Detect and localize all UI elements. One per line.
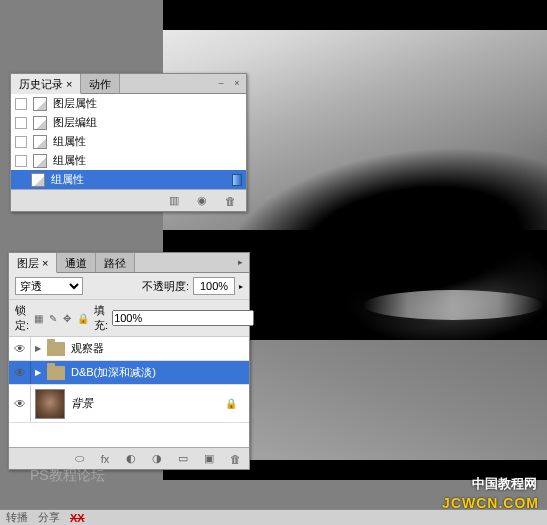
opacity-label: 不透明度: — [142, 279, 189, 294]
lock-label: 锁定: — [15, 303, 29, 333]
status-item[interactable]: XX — [70, 512, 85, 524]
panel-close-icon[interactable]: × — [230, 76, 244, 90]
status-bar: 转播 分享 XX — [0, 509, 547, 525]
panel-menu-icon[interactable]: ▸ — [233, 255, 247, 269]
delete-icon[interactable]: 🗑 — [222, 194, 238, 208]
history-label: 组属性 — [51, 172, 84, 187]
history-state-icon — [33, 154, 47, 168]
layer-name: D&B(加深和减淡) — [71, 365, 156, 380]
history-list: 图层属性 图层编组 组属性 组属性 ▸ 组属性 — [11, 94, 246, 189]
history-item[interactable]: 图层编组 — [11, 113, 246, 132]
layer-row[interactable]: 👁 背景 🔒 — [9, 385, 249, 423]
history-state-icon — [33, 97, 47, 111]
group-expand-icon[interactable]: ▶ — [35, 344, 41, 353]
group-expand-icon[interactable]: ▶ — [35, 368, 41, 377]
fill-input[interactable] — [112, 310, 254, 326]
layer-name: 背景 — [71, 396, 93, 411]
folder-icon — [47, 342, 65, 356]
tab-paths[interactable]: 路径 — [96, 253, 135, 272]
layers-footer: ⬭ fx ◐ ◑ ▭ ▣ 🗑 — [9, 447, 249, 469]
history-state-icon — [33, 116, 47, 130]
status-item[interactable]: 分享 — [38, 510, 60, 525]
layer-mask-icon[interactable]: ◐ — [123, 452, 139, 466]
fill-label: 填充: — [94, 303, 108, 333]
history-label: 组属性 — [53, 153, 86, 168]
tab-channels[interactable]: 通道 — [57, 253, 96, 272]
watermark-left: PS教程论坛 — [30, 467, 105, 485]
visibility-toggle-icon[interactable]: 👁 — [9, 337, 31, 360]
new-layer-icon[interactable]: ▣ — [201, 452, 217, 466]
tab-layers[interactable]: 图层 × — [9, 253, 57, 273]
panel-minimize-icon[interactable]: – — [214, 76, 228, 90]
create-doc-icon[interactable]: ▥ — [166, 194, 182, 208]
history-label: 组属性 — [53, 134, 86, 149]
layer-row[interactable]: 👁 ▶ 观察器 — [9, 337, 249, 361]
blend-mode-select[interactable]: 穿透 — [15, 277, 83, 295]
visibility-toggle-icon[interactable]: 👁 — [9, 385, 31, 422]
lock-image-icon[interactable]: ✎ — [48, 310, 58, 326]
lock-icon: 🔒 — [225, 398, 237, 409]
layer-thumbnail — [35, 389, 65, 419]
history-state-icon — [33, 135, 47, 149]
lock-position-icon[interactable]: ✥ — [62, 310, 72, 326]
fill-arrow-icon[interactable]: ▸ — [258, 314, 262, 323]
layer-row[interactable]: 👁 ▶ D&B(加深和减淡) — [9, 361, 249, 385]
delete-layer-icon[interactable]: 🗑 — [227, 452, 243, 466]
history-label: 图层属性 — [53, 96, 97, 111]
link-layers-icon[interactable]: ⬭ — [71, 452, 87, 466]
history-panel: 历史记录 × 动作 – × 图层属性 图层编组 组属性 组属性 ▸ — [10, 73, 247, 212]
history-slider-icon[interactable] — [232, 174, 242, 186]
folder-icon — [47, 366, 65, 380]
history-footer: ▥ ◉ 🗑 — [11, 189, 246, 211]
history-item[interactable]: ▸ 组属性 — [11, 170, 246, 189]
tab-actions[interactable]: 动作 — [81, 74, 120, 93]
watermark-right: 中国教程网 — [472, 475, 537, 493]
layer-lock-row: 锁定: ▦ ✎ ✥ 🔒 填充: ▸ — [9, 300, 249, 337]
history-current-icon: ▸ — [15, 174, 25, 186]
history-checkbox[interactable] — [15, 136, 27, 148]
layer-style-icon[interactable]: fx — [97, 452, 113, 466]
group-icon[interactable]: ▭ — [175, 452, 191, 466]
history-state-icon — [31, 173, 45, 187]
visibility-toggle-icon[interactable]: 👁 — [9, 361, 31, 384]
lock-transparent-icon[interactable]: ▦ — [33, 310, 44, 326]
history-tabs: 历史记录 × 动作 – × — [11, 74, 246, 94]
history-item[interactable]: 图层属性 — [11, 94, 246, 113]
layers-panel: 图层 × 通道 路径 ▸ 穿透 不透明度: ▸ 锁定: ▦ ✎ ✥ 🔒 填充: … — [8, 252, 250, 470]
status-item[interactable]: 转播 — [6, 510, 28, 525]
layers-tabs: 图层 × 通道 路径 ▸ — [9, 253, 249, 273]
adjustment-layer-icon[interactable]: ◑ — [149, 452, 165, 466]
snapshot-icon[interactable]: ◉ — [194, 194, 210, 208]
tab-history[interactable]: 历史记录 × — [11, 74, 81, 94]
lock-all-icon[interactable]: 🔒 — [76, 310, 90, 326]
opacity-input[interactable] — [193, 277, 235, 295]
layer-options-row: 穿透 不透明度: ▸ — [9, 273, 249, 300]
opacity-arrow-icon[interactable]: ▸ — [239, 282, 243, 291]
layer-list: 👁 ▶ 观察器 👁 ▶ D&B(加深和减淡) 👁 背景 🔒 — [9, 337, 249, 447]
layer-name: 观察器 — [71, 341, 104, 356]
history-item[interactable]: 组属性 — [11, 132, 246, 151]
history-item[interactable]: 组属性 — [11, 151, 246, 170]
history-checkbox[interactable] — [15, 98, 27, 110]
history-checkbox[interactable] — [15, 155, 27, 167]
history-checkbox[interactable] — [15, 117, 27, 129]
history-label: 图层编组 — [53, 115, 97, 130]
